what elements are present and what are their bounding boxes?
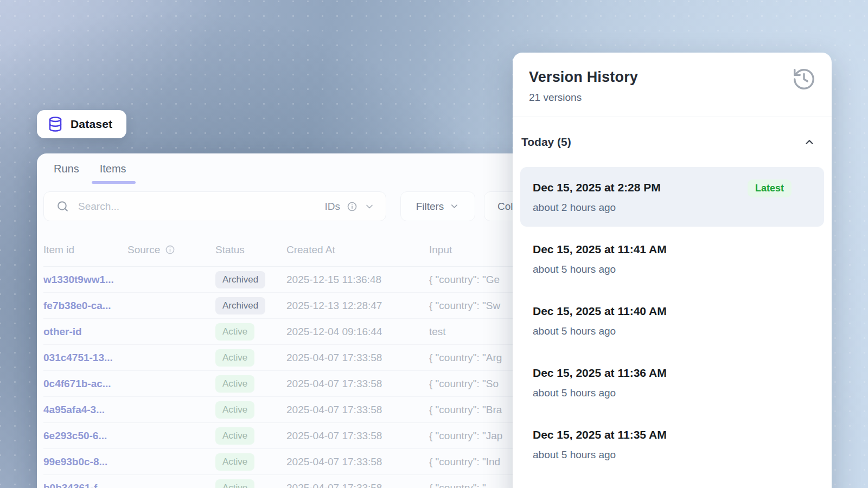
version-date: Dec 15, 2025 at 11:41 AM [533,243,810,256]
status-cell: Active [215,323,286,341]
version-date: Dec 15, 2025 at 11:36 AM [533,367,810,380]
status-cell: Archived [215,297,286,314]
status-cell: Active [215,349,286,367]
chevron-down-icon [364,201,375,212]
dataset-label: Dataset [71,118,112,131]
item-id-link[interactable]: 0c4f671b-ac... [43,378,127,390]
status-cell: Active [215,401,286,419]
version-history-panel: Version History 21 versions Today (5) De… [513,53,832,488]
created-at-cell: 2025-04-07 17:33:58 [286,456,429,468]
status-badge: Active [215,453,254,471]
version-relative-time: about 5 hours ago [533,325,810,337]
item-id-link[interactable]: w1330t9ww1... [43,274,127,286]
database-icon [47,116,63,132]
created-at-cell: 2025-04-07 17:33:58 [286,482,429,488]
tab-bar: Runs Items [52,163,129,184]
header-source: Source [127,244,215,256]
version-history-title: Version History [529,69,815,86]
status-badge: Active [215,323,254,341]
chevron-down-icon [449,201,459,211]
tab-items[interactable]: Items [98,163,129,184]
status-badge: Archived [215,271,265,288]
status-cell: Active [215,453,286,471]
item-id-link[interactable]: 4a95afa4-3... [43,404,127,416]
version-list: Dec 15, 2025 at 2:28 PMabout 2 hours ago… [513,167,832,474]
tab-runs-label: Runs [54,163,79,175]
created-at-cell: 2025-04-07 17:33:58 [286,404,429,416]
info-icon [165,245,175,255]
today-section-header[interactable]: Today (5) [513,117,832,167]
status-badge: Archived [215,297,265,314]
created-at-cell: 2025-04-07 17:33:58 [286,352,429,364]
version-entry[interactable]: Dec 15, 2025 at 2:28 PMabout 2 hours ago… [520,167,824,227]
item-id-link[interactable]: 99e93b0c-8... [43,456,127,468]
version-entry[interactable]: Dec 15, 2025 at 11:35 AMabout 5 hours ag… [520,414,824,474]
item-id-link[interactable]: 031c4751-13... [43,352,127,364]
version-relative-time: about 5 hours ago [533,387,810,399]
info-icon [347,201,358,212]
version-relative-time: about 5 hours ago [533,449,810,461]
active-tab-indicator [92,181,136,184]
version-relative-time: about 2 hours ago [533,202,810,214]
search-input[interactable]: Search... IDs [43,191,386,221]
item-id-link[interactable]: other-id [43,326,127,338]
version-history-header: Version History 21 versions [513,53,832,117]
header-item-id: Item id [43,244,127,256]
item-id-link[interactable]: fe7b38e0-ca... [43,300,127,312]
today-section-label: Today (5) [521,136,571,149]
version-entry[interactable]: Dec 15, 2025 at 11:40 AMabout 5 hours ag… [520,291,824,350]
created-at-cell: 2025-12-04 09:16:44 [286,326,429,338]
created-at-cell: 2025-04-07 17:33:58 [286,430,429,442]
tab-runs[interactable]: Runs [52,163,81,184]
item-id-link[interactable]: 6e293c50-6... [43,430,127,442]
created-at-cell: 2025-12-13 12:28:47 [286,300,429,312]
created-at-cell: 2025-04-07 17:33:58 [286,378,429,390]
status-cell: Active [215,479,286,488]
created-at-cell: 2025-12-15 11:36:48 [286,274,429,286]
ids-label: IDs [325,201,341,213]
header-created-at: Created At [286,244,429,256]
version-date: Dec 15, 2025 at 11:40 AM [533,305,810,318]
status-badge: Active [215,401,254,419]
version-entry[interactable]: Dec 15, 2025 at 11:36 AMabout 5 hours ag… [520,352,824,412]
version-date: Dec 15, 2025 at 11:35 AM [533,428,810,441]
ids-dropdown[interactable]: IDs [325,201,375,213]
status-badge: Active [215,349,254,367]
status-badge: Active [215,375,254,393]
dataset-badge[interactable]: Dataset [37,110,126,138]
version-entry[interactable]: Dec 15, 2025 at 11:41 AMabout 5 hours ag… [520,229,824,288]
chevron-up-icon[interactable] [803,136,815,148]
status-cell: Active [215,375,286,393]
tab-items-label: Items [100,163,126,175]
status-badge: Active [215,479,254,488]
search-placeholder: Search... [78,201,316,213]
status-cell: Archived [215,271,286,288]
status-badge: Active [215,427,254,445]
latest-badge: Latest [748,179,792,197]
item-id-link[interactable]: b0b34361-f... [43,482,127,488]
history-icon [792,67,816,92]
version-relative-time: about 5 hours ago [533,264,810,275]
filters-button[interactable]: Filters [400,191,475,221]
version-count: 21 versions [529,92,815,104]
status-cell: Active [215,427,286,445]
search-icon [56,200,69,213]
filters-label: Filters [416,201,444,213]
header-status: Status [215,244,286,256]
